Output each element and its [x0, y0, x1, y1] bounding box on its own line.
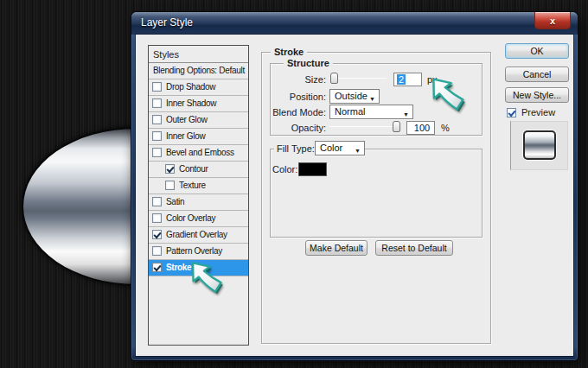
- preview-checkbox[interactable]: [507, 108, 516, 117]
- style-enable-checkbox[interactable]: [165, 181, 175, 190]
- stroke-groupbox-label: Stroke: [271, 47, 307, 58]
- color-label: Color:: [272, 164, 297, 174]
- dialog-title: Layer Style: [141, 16, 193, 29]
- opacity-input[interactable]: 100: [406, 121, 435, 135]
- styles-list: Blending Options: DefaultDrop ShadowInne…: [149, 63, 248, 276]
- style-item-label: Gradient Overlay: [166, 227, 227, 243]
- fill-type-dropdown[interactable]: Color ▼: [315, 141, 365, 155]
- styles-list-item[interactable]: Inner Glow: [149, 129, 248, 145]
- desktop-background: Layer Style x Styles Blending Options: D…: [0, 0, 588, 368]
- color-swatch[interactable]: [298, 162, 327, 176]
- style-enable-checkbox[interactable]: [152, 230, 162, 239]
- style-enable-checkbox[interactable]: [152, 263, 162, 272]
- cursor-arrow-icon: [188, 259, 224, 295]
- opacity-slider-thumb[interactable]: [393, 121, 400, 132]
- style-enable-checkbox[interactable]: [152, 246, 162, 256]
- position-dropdown[interactable]: Outside ▼: [329, 89, 380, 104]
- dialog-body: Styles Blending Options: DefaultDrop Sha…: [136, 35, 573, 356]
- make-default-button[interactable]: Make Default: [305, 240, 368, 256]
- chevron-down-icon: ▼: [403, 108, 409, 121]
- styles-list-item[interactable]: Bevel and Emboss: [149, 145, 248, 162]
- cancel-button[interactable]: Cancel: [505, 67, 569, 82]
- style-enable-checkbox[interactable]: [152, 98, 162, 108]
- layer-style-dialog: Layer Style x Styles Blending Options: D…: [131, 12, 578, 360]
- preview-thumbnail: [510, 121, 568, 170]
- styles-list-item[interactable]: Color Overlay: [149, 211, 248, 227]
- opacity-label: Opacity:: [265, 123, 326, 133]
- styles-list-item[interactable]: Blending Options: Default: [149, 63, 248, 79]
- style-enable-checkbox[interactable]: [152, 82, 162, 92]
- styles-list-item[interactable]: Pattern Overlay: [149, 244, 248, 260]
- structure-groupbox-label: Structure: [284, 58, 333, 69]
- size-slider-thumb[interactable]: [330, 73, 338, 84]
- styles-list-item[interactable]: Gradient Overlay: [149, 227, 248, 244]
- opacity-value: 100: [414, 123, 430, 133]
- position-value: Outside: [335, 91, 368, 101]
- chevron-down-icon: ▼: [355, 144, 361, 157]
- style-enable-checkbox[interactable]: [152, 213, 162, 223]
- style-item-label: Satin: [166, 194, 184, 210]
- style-item-label: Outer Glow: [166, 112, 208, 128]
- styles-panel: Styles Blending Options: DefaultDrop Sha…: [148, 45, 249, 346]
- style-enable-checkbox[interactable]: [152, 197, 162, 206]
- dialog-titlebar[interactable]: Layer Style x: [131, 12, 578, 35]
- close-icon: x: [550, 16, 555, 26]
- preview-style-swatch: [523, 130, 556, 160]
- style-item-label: Inner Shadow: [166, 96, 216, 111]
- blend-mode-dropdown[interactable]: Normal ▼: [329, 105, 413, 119]
- styles-list-item[interactable]: Contour: [149, 162, 248, 178]
- styles-list-item[interactable]: Drop Shadow: [149, 79, 248, 96]
- styles-list-item[interactable]: Inner Shadow: [149, 96, 248, 112]
- style-item-label: Contour: [179, 162, 208, 177]
- style-enable-checkbox[interactable]: [152, 148, 162, 157]
- chevron-down-icon: ▼: [369, 92, 375, 105]
- opacity-slider-track: [329, 126, 400, 127]
- reset-to-default-button[interactable]: Reset to Default: [375, 240, 453, 256]
- style-item-label: Texture: [179, 178, 206, 194]
- fill-type-value: Color: [320, 143, 342, 153]
- style-item-label: Pattern Overlay: [166, 244, 222, 259]
- opacity-unit: %: [441, 123, 450, 133]
- blend-mode-label: Blend Mode:: [265, 107, 326, 117]
- fill-type-label: Fill Type:: [274, 143, 317, 154]
- blend-mode-value: Normal: [335, 106, 365, 117]
- size-value: 2: [397, 74, 406, 85]
- style-item-label: Bevel and Emboss: [166, 145, 234, 161]
- cursor-arrow-icon: [428, 74, 466, 114]
- position-label: Position:: [265, 92, 326, 102]
- styles-list-item[interactable]: Texture: [149, 178, 248, 194]
- close-button[interactable]: x: [534, 12, 571, 29]
- ok-button[interactable]: OK: [505, 43, 569, 59]
- size-label: Size:: [265, 74, 326, 85]
- styles-panel-header: Styles: [149, 46, 248, 63]
- new-style-button[interactable]: New Style...: [505, 87, 569, 103]
- style-item-label: Inner Glow: [166, 129, 205, 144]
- styles-list-item[interactable]: Satin: [149, 194, 248, 211]
- style-item-label: Color Overlay: [166, 211, 215, 226]
- size-slider[interactable]: [329, 73, 387, 85]
- style-item-label: Blending Options: Default: [153, 63, 245, 79]
- style-enable-checkbox[interactable]: [152, 115, 162, 124]
- style-enable-checkbox[interactable]: [152, 131, 162, 141]
- preview-label: Preview: [521, 107, 555, 117]
- styles-list-item[interactable]: Outer Glow: [149, 112, 248, 129]
- opacity-slider[interactable]: [329, 121, 400, 133]
- style-enable-checkbox[interactable]: [165, 164, 175, 174]
- style-item-label: Drop Shadow: [166, 79, 215, 95]
- size-input[interactable]: 2: [393, 73, 422, 86]
